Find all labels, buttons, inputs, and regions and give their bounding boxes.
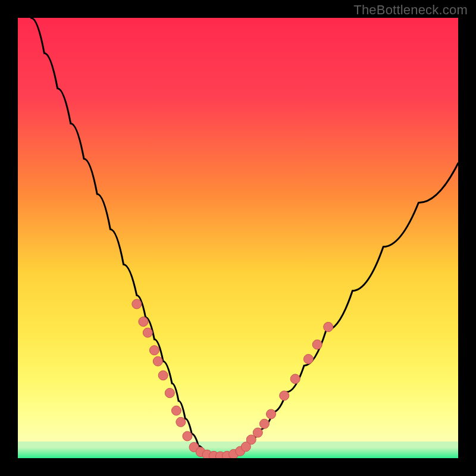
data-dots (132, 299, 333, 458)
data-dot (241, 442, 250, 452)
data-dot (176, 417, 186, 427)
data-dot (253, 428, 262, 437)
data-dot (143, 328, 152, 337)
data-dot (171, 406, 181, 415)
data-dot (324, 322, 333, 332)
chart-svg (18, 18, 458, 458)
data-dot (165, 389, 174, 398)
data-dot (259, 419, 269, 428)
data-dot (183, 431, 192, 441)
data-dot (149, 346, 159, 355)
chart-frame: TheBottleneck.com (0, 0, 476, 476)
plot-area (18, 18, 458, 458)
data-dot (153, 356, 162, 366)
watermark-text: TheBottleneck.com (353, 2, 468, 18)
data-dot (280, 391, 289, 400)
data-dot (139, 317, 148, 327)
data-dot (132, 299, 142, 309)
data-dot (303, 355, 313, 364)
data-dot (312, 340, 322, 349)
bottleneck-curve (31, 18, 458, 458)
data-dot (267, 409, 276, 419)
data-dot (290, 374, 300, 384)
data-dot (158, 371, 168, 380)
